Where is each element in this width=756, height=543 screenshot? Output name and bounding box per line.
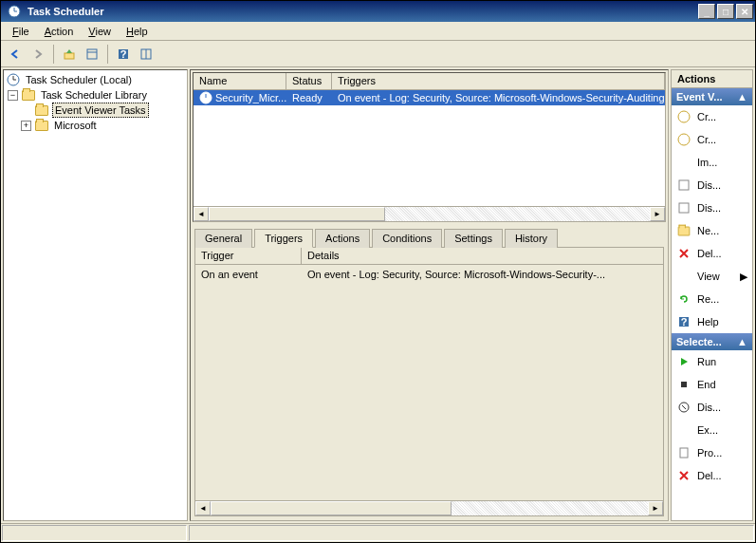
folder-icon xyxy=(34,103,49,118)
tab-triggers[interactable]: Triggers xyxy=(254,229,313,248)
close-button[interactable]: ✕ xyxy=(736,4,753,19)
action-create-task[interactable]: Cr... xyxy=(672,128,752,151)
panel2-button[interactable] xyxy=(136,44,157,65)
expand-icon[interactable]: + xyxy=(21,121,31,131)
minimize-button[interactable]: _ xyxy=(698,4,715,19)
list-icon xyxy=(676,200,691,215)
col-triggers[interactable]: Triggers xyxy=(332,73,665,89)
menubar: File Action View Help xyxy=(1,22,755,41)
import-icon xyxy=(676,155,691,170)
disable-icon xyxy=(676,400,691,415)
trigger-row[interactable]: On an event On event - Log: Security, So… xyxy=(195,265,663,284)
action-view[interactable]: View▶ xyxy=(672,265,752,288)
menu-view[interactable]: View xyxy=(81,24,119,39)
delete-icon xyxy=(676,468,691,483)
menu-help[interactable]: Help xyxy=(119,24,156,39)
actions-group-selected[interactable]: Selecte... ▲ xyxy=(672,333,752,350)
center-pane: Name Status Triggers Security_Micr... Re… xyxy=(190,69,669,521)
properties-icon xyxy=(676,445,691,460)
svg-rect-23 xyxy=(680,448,688,458)
forward-button[interactable] xyxy=(28,44,48,65)
help-icon: ? xyxy=(676,314,691,329)
action-run[interactable]: Run xyxy=(672,350,752,373)
svg-rect-18 xyxy=(679,203,689,213)
folder-icon xyxy=(676,223,691,238)
action-delete[interactable]: Del... xyxy=(672,464,752,487)
stop-icon xyxy=(676,377,691,392)
col-trigger[interactable]: Trigger xyxy=(195,248,302,264)
titlebar[interactable]: Task Scheduler _ □ ✕ xyxy=(1,1,755,22)
help-button[interactable]: ? xyxy=(113,44,134,65)
tab-general[interactable]: General xyxy=(194,229,252,248)
clock-icon xyxy=(199,90,212,105)
col-name[interactable]: Name xyxy=(194,73,286,89)
h-scrollbar[interactable]: ◄ ► xyxy=(195,500,663,515)
scroll-left-icon[interactable]: ◄ xyxy=(195,501,211,515)
tab-actions[interactable]: Actions xyxy=(315,229,370,248)
scroll-right-icon[interactable]: ► xyxy=(648,501,663,515)
list-header: Name Status Triggers xyxy=(194,73,665,90)
collapse-icon[interactable]: − xyxy=(8,90,18,101)
svg-rect-21 xyxy=(681,382,687,387)
action-new-folder[interactable]: Ne... xyxy=(672,219,752,242)
play-icon xyxy=(676,354,691,369)
menu-file[interactable]: File xyxy=(5,24,37,39)
tab-settings[interactable]: Settings xyxy=(444,229,503,248)
action-display-running[interactable]: Dis... xyxy=(672,174,752,197)
library-icon xyxy=(21,87,36,103)
triggers-panel: Trigger Details On an event On event - L… xyxy=(194,247,664,516)
trigger-details: On event - Log: Security, Source: Micros… xyxy=(302,267,663,282)
clock-icon xyxy=(6,72,21,87)
action-properties[interactable]: Pro... xyxy=(672,441,752,464)
tab-history[interactable]: History xyxy=(505,229,558,248)
actions-group-folder[interactable]: Event V... ▲ xyxy=(672,88,752,105)
action-disable-history[interactable]: Dis... xyxy=(672,197,752,219)
statusbar xyxy=(1,523,755,542)
tree-event-viewer-tasks[interactable]: Event Viewer Tasks xyxy=(6,103,185,118)
col-status[interactable]: Status xyxy=(286,73,332,89)
action-help[interactable]: ?Help xyxy=(672,310,752,333)
task-list[interactable]: Name Status Triggers Security_Micr... Re… xyxy=(193,72,666,222)
tree-root[interactable]: Task Scheduler (Local) xyxy=(6,72,185,87)
toolbar: ? xyxy=(1,41,755,67)
task-row[interactable]: Security_Micr... Ready On event - Log: S… xyxy=(194,90,665,105)
svg-point-16 xyxy=(678,134,690,145)
clock-icon xyxy=(676,109,691,124)
export-icon xyxy=(676,422,691,438)
scroll-right-icon[interactable]: ► xyxy=(650,207,665,221)
scroll-left-icon[interactable]: ◄ xyxy=(194,207,209,221)
action-delete-folder[interactable]: Del... xyxy=(672,242,752,265)
panel-button[interactable] xyxy=(82,44,102,65)
tab-conditions[interactable]: Conditions xyxy=(372,229,442,248)
trigger-name: On an event xyxy=(195,267,302,282)
maximize-button[interactable]: □ xyxy=(717,4,734,19)
actions-pane: Actions Event V... ▲ Cr... Cr... Im... D… xyxy=(671,69,753,521)
folder-icon xyxy=(34,118,49,133)
up-button[interactable] xyxy=(59,44,80,65)
col-details[interactable]: Details xyxy=(302,248,663,264)
actions-title: Actions xyxy=(671,69,753,88)
svg-rect-17 xyxy=(679,180,689,190)
action-end[interactable]: End xyxy=(672,373,752,396)
action-export[interactable]: Ex... xyxy=(672,419,752,441)
action-create-basic[interactable]: Cr... xyxy=(672,105,752,128)
svg-text:?: ? xyxy=(120,48,127,60)
collapse-icon[interactable]: ▲ xyxy=(737,91,747,103)
action-disable[interactable]: Dis... xyxy=(672,396,752,419)
action-refresh[interactable]: Re... xyxy=(672,288,752,310)
task-status: Ready xyxy=(286,91,332,104)
tabstrip: General Triggers Actions Conditions Sett… xyxy=(194,229,664,248)
tree-library[interactable]: − Task Scheduler Library xyxy=(6,87,185,103)
h-scrollbar[interactable]: ◄ ► xyxy=(194,206,665,221)
tree-pane[interactable]: Task Scheduler (Local) − Task Scheduler … xyxy=(3,69,188,521)
tree-microsoft[interactable]: + Microsoft xyxy=(6,118,185,133)
task-triggers: On event - Log: Security, Source: Micros… xyxy=(332,91,665,104)
menu-action[interactable]: Action xyxy=(37,24,82,39)
action-import[interactable]: Im... xyxy=(672,151,752,174)
svg-point-15 xyxy=(678,111,690,122)
app-icon xyxy=(7,4,22,19)
back-button[interactable] xyxy=(5,44,26,65)
svg-text:?: ? xyxy=(681,316,688,328)
svg-rect-3 xyxy=(65,53,74,59)
collapse-icon[interactable]: ▲ xyxy=(737,336,747,347)
